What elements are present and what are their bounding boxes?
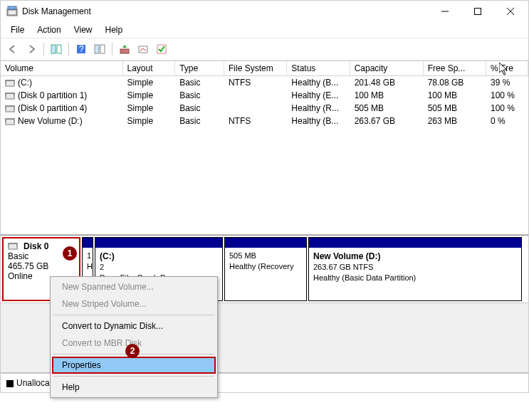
menu-properties[interactable]: Properties: [52, 357, 216, 374]
window-title: Disk Management: [22, 6, 429, 16]
app-icon: [6, 6, 18, 17]
col-filesystem[interactable]: File System: [224, 61, 287, 75]
menu-file[interactable]: File: [5, 23, 30, 36]
forward-button[interactable]: [23, 41, 39, 57]
svg-rect-2: [8, 6, 16, 9]
swatch-unallocated: [6, 380, 14, 387]
svg-rect-1: [9, 11, 16, 14]
partition[interactable]: New Volume (D:)263.67 GB NTFSHealthy (Ba…: [308, 237, 522, 301]
table-row[interactable]: (C:)SimpleBasicNTFSHealthy (B...201.48 G…: [1, 76, 528, 89]
col-capacity[interactable]: Capacity: [350, 61, 424, 75]
partition[interactable]: 505 MBHealthy (Recovery: [224, 237, 307, 301]
maximize-button[interactable]: [461, 1, 494, 22]
refresh-button[interactable]: [92, 41, 108, 57]
menubar: File Action View Help: [1, 22, 528, 38]
context-menu: New Spanned Volume... New Striped Volume…: [50, 276, 218, 398]
svg-text:?: ?: [79, 44, 84, 54]
svg-rect-12: [100, 45, 105, 53]
svg-rect-11: [95, 45, 99, 53]
toolbar: ?: [1, 38, 528, 61]
col-status[interactable]: Status: [287, 61, 350, 75]
back-button[interactable]: [5, 41, 21, 57]
menu-new-spanned: New Spanned Volume...: [52, 278, 216, 295]
disk-size: 465.75 GB: [8, 261, 75, 271]
show-hide-console-button[interactable]: [48, 41, 64, 57]
svg-rect-14: [139, 46, 147, 53]
col-percent-free[interactable]: % Fre: [486, 61, 528, 75]
close-button[interactable]: [494, 1, 527, 22]
table-row[interactable]: (Disk 0 partition 4)SimpleBasicHealthy (…: [1, 102, 528, 115]
menu-convert-dynamic[interactable]: Convert to Dynamic Disk...: [52, 317, 216, 335]
action-button[interactable]: [117, 41, 132, 57]
menu-help[interactable]: Help: [100, 23, 129, 36]
disk-icon: [8, 243, 18, 250]
menu-view[interactable]: View: [68, 23, 98, 36]
annotation-badge-2: 2: [125, 344, 140, 358]
minimize-button[interactable]: [429, 1, 461, 22]
table-row[interactable]: (Disk 0 partition 1)SimpleBasicHealthy (…: [1, 89, 528, 102]
help-button[interactable]: ?: [73, 41, 89, 57]
menu-action[interactable]: Action: [31, 23, 66, 36]
disk-name: Disk 0: [23, 241, 48, 251]
menu-help[interactable]: Help: [52, 379, 216, 396]
col-type[interactable]: Type: [175, 61, 224, 75]
svg-rect-7: [51, 45, 56, 53]
svg-rect-13: [120, 49, 129, 53]
svg-rect-4: [475, 9, 481, 15]
volume-table: Volume Layout Type File System Status Ca…: [1, 61, 528, 127]
table-header: Volume Layout Type File System Status Ca…: [1, 61, 528, 76]
settings-button[interactable]: [135, 41, 151, 57]
table-row[interactable]: New Volume (D:)SimpleBasicNTFSHealthy (B…: [1, 115, 528, 127]
titlebar: Disk Management: [1, 1, 528, 22]
col-volume[interactable]: Volume: [1, 61, 123, 75]
col-free-space[interactable]: Free Sp...: [424, 61, 486, 75]
menu-new-striped: New Striped Volume...: [52, 295, 216, 313]
annotation-badge-1: 1: [63, 246, 77, 261]
svg-rect-8: [57, 45, 61, 53]
col-layout[interactable]: Layout: [123, 61, 176, 75]
list-button[interactable]: [154, 41, 169, 57]
